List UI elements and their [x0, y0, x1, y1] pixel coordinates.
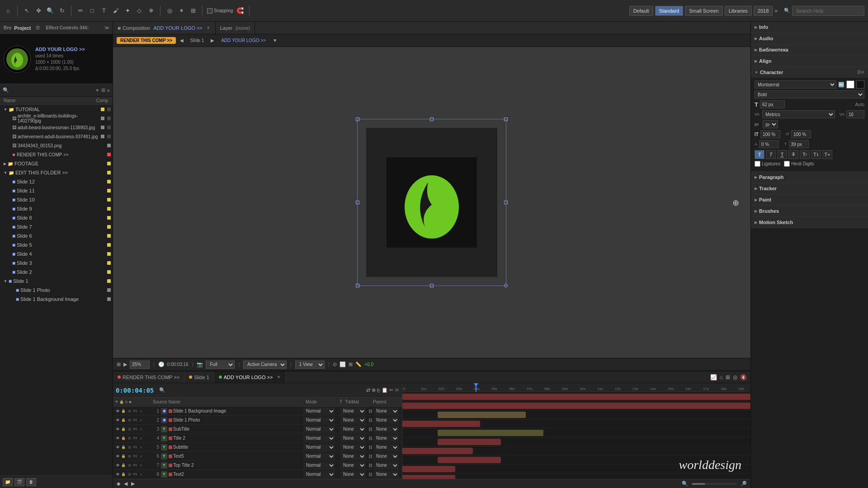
- project-list-icon[interactable]: ≡: [107, 88, 110, 93]
- tree-adult[interactable]: 🖼 adult-beard-businessman-1138903.jpg: [0, 123, 113, 132]
- tl-current-time[interactable]: 0:00:04:05: [116, 387, 154, 394]
- font-color-swatch2[interactable]: [856, 80, 864, 89]
- mode-select-3[interactable]: Normal Add Screen Multiply: [303, 426, 335, 433]
- motion-icon-6[interactable]: ⌂: [138, 454, 144, 459]
- paint-header[interactable]: ▶ Paint: [751, 194, 868, 205]
- mode-select-2[interactable]: Normal Add Screen Multiply: [303, 417, 335, 424]
- mode-select-1[interactable]: Normal Add Screen Multiply: [303, 408, 335, 415]
- allcaps-btn[interactable]: T+: [822, 150, 832, 159]
- tree-slide2[interactable]: ◼ Slide 2: [0, 267, 113, 277]
- parent-sel-1[interactable]: None: [373, 408, 399, 415]
- playhead[interactable]: [476, 383, 476, 392]
- tl-transfer-icon[interactable]: ⇄: [366, 387, 370, 393]
- eye-icon-7[interactable]: 👁: [115, 463, 120, 468]
- tree-tutorial[interactable]: ▼ 📁 TUTORIAL: [0, 105, 113, 114]
- tree-slide6[interactable]: ◼ Slide 6: [0, 231, 113, 240]
- lock-icon-2[interactable]: 🔒: [121, 418, 126, 423]
- pen-tool[interactable]: ✏: [76, 6, 85, 15]
- fx-icon-6[interactable]: FX: [132, 454, 138, 459]
- snapping-checkbox[interactable]: [207, 8, 212, 14]
- handle-tr[interactable]: [504, 117, 508, 121]
- tree-slide12[interactable]: ◼ Slide 12: [0, 177, 113, 186]
- tl-bottom-next-kf[interactable]: ▶: [131, 481, 135, 487]
- stamp-tool[interactable]: ✦: [123, 6, 132, 15]
- tl-bottom-zoom-out[interactable]: 🔎: [741, 481, 747, 487]
- tree-achievement[interactable]: 🖼 achievement-adult-business-937481.jpg: [0, 132, 113, 141]
- layer-row-2[interactable]: 👁 🔒 ◎ FX ⌂ 2 ◼ Slide 1 Photo Normal Add …: [113, 416, 402, 425]
- font-size-input[interactable]: [760, 100, 785, 108]
- tree-slide5[interactable]: ◼ Slide 5: [0, 240, 113, 249]
- zoom-display[interactable]: 25%: [130, 361, 150, 369]
- lock-icon-8[interactable]: 🔒: [121, 472, 126, 477]
- tree-slide10[interactable]: ◼ Slide 10: [0, 195, 113, 204]
- workspace-libraries[interactable]: Libraries: [725, 6, 752, 16]
- fx-icon-5[interactable]: FX: [132, 445, 138, 450]
- tl-paste-icon[interactable]: 📋: [382, 387, 388, 393]
- mode-select-7[interactable]: Normal Add Screen Multiply: [303, 462, 335, 469]
- track-bar-8[interactable]: [438, 457, 501, 463]
- leading-input[interactable]: [760, 130, 780, 138]
- parent-sel-8[interactable]: None: [373, 471, 399, 478]
- brush-tool[interactable]: 🖌: [111, 6, 120, 15]
- paragraph-header[interactable]: ▶ Paragraph: [751, 172, 868, 183]
- layer-tab-label[interactable]: Layer: [220, 25, 233, 31]
- vb-icon-safe[interactable]: ⬜: [340, 361, 346, 367]
- units-select[interactable]: px %: [763, 120, 778, 128]
- workspace-small-screen[interactable]: Small Screen: [685, 6, 722, 16]
- character-header[interactable]: ▼ Character ☰ ✕: [751, 67, 868, 78]
- layer-row-1[interactable]: 👁 🔒 ◎ FX ⌂ 1 ◼ Slide 1 Background Image …: [113, 407, 402, 416]
- trkmat-sel-8[interactable]: None: [340, 471, 366, 478]
- layer-row-5[interactable]: 👁 🔒 ◎ FX ⌂ 5 T Subtitle Normal Add Scree…: [113, 443, 402, 452]
- solo-icon-2[interactable]: ◎: [127, 418, 132, 423]
- motion-sketch-header[interactable]: ▶ Motion Sketch: [751, 217, 868, 228]
- eye-icon-6[interactable]: 👁: [115, 454, 120, 459]
- parent-sel-5[interactable]: None: [373, 444, 399, 451]
- underline-btn[interactable]: T: [777, 150, 787, 159]
- mode-select-8[interactable]: Normal Add Screen Multiply: [303, 471, 335, 478]
- eye-icon-2[interactable]: 👁: [115, 418, 120, 423]
- font-color-swatch[interactable]: [846, 80, 854, 89]
- strikethrough-btn[interactable]: T: [788, 150, 798, 159]
- handle-tl[interactable]: [356, 117, 359, 121]
- tl-tab-render[interactable]: RENDER THIS COMP >>: [113, 371, 184, 383]
- kerning-select[interactable]: Metrics Optical 0: [762, 110, 835, 118]
- track-bar-2[interactable]: [402, 403, 750, 409]
- motion-icon-8[interactable]: ⌂: [138, 472, 144, 477]
- tree-34434343[interactable]: 🖼 34434343_00153.png: [0, 141, 113, 150]
- parent-sel-3[interactable]: None: [373, 426, 399, 433]
- trkmat-sel-7[interactable]: None: [340, 462, 366, 469]
- tree-slide9[interactable]: ◼ Slide 9: [0, 204, 113, 213]
- tl-zoom-slider[interactable]: [692, 483, 737, 485]
- info-header[interactable]: ▶ Info: [751, 22, 868, 33]
- home-icon[interactable]: ⌂: [4, 6, 13, 15]
- tl-tab-chevron[interactable]: ▼: [276, 375, 281, 380]
- hindi-digits-checkbox-label[interactable]: Hindi Digits: [784, 161, 814, 167]
- track-bar-10[interactable]: [402, 475, 455, 479]
- eye-icon-3[interactable]: 👁: [115, 427, 120, 432]
- eraser-tool[interactable]: ◇: [135, 6, 144, 15]
- italic-btn[interactable]: T: [766, 150, 776, 159]
- layer-row-4[interactable]: 👁 🔒 ◎ FX ⌂ 4 T Title 2 Normal Add Screen…: [113, 434, 402, 443]
- light-tool[interactable]: ✶: [177, 6, 186, 15]
- trkmat-sel-1[interactable]: None: [340, 408, 366, 415]
- tl-tab-slide1[interactable]: Slide 1: [184, 371, 214, 383]
- solo-icon-7[interactable]: ◎: [127, 463, 132, 468]
- eye-icon-8[interactable]: 👁: [115, 472, 120, 477]
- solo-icon-3[interactable]: ◎: [127, 427, 132, 432]
- font-picker-icon[interactable]: 🔤: [838, 82, 844, 88]
- lock-icon-5[interactable]: 🔒: [121, 445, 126, 450]
- delete-btn[interactable]: 🗑: [26, 478, 36, 486]
- align-header[interactable]: ▶ Align: [751, 56, 868, 66]
- char-panel-menu[interactable]: ☰: [857, 70, 861, 75]
- mode-select-6[interactable]: Normal Add Screen Multiply: [303, 453, 335, 460]
- slide1-tab-btn[interactable]: Slide 1: [188, 37, 207, 44]
- trkmat-sel-2[interactable]: None: [340, 417, 366, 424]
- track-bar-6[interactable]: [438, 439, 501, 445]
- mode-select-4[interactable]: Normal Add Screen Multiply: [303, 435, 335, 442]
- nav-right-btn[interactable]: ▶: [209, 37, 216, 44]
- tracking-input[interactable]: [846, 110, 864, 118]
- library-header[interactable]: ▶ Библиотека: [751, 44, 868, 55]
- track-bar-7[interactable]: [402, 448, 473, 454]
- comp-tab-name[interactable]: ADD YOUR LOGO >>: [153, 25, 203, 31]
- nav-left-btn[interactable]: ◀: [179, 37, 185, 44]
